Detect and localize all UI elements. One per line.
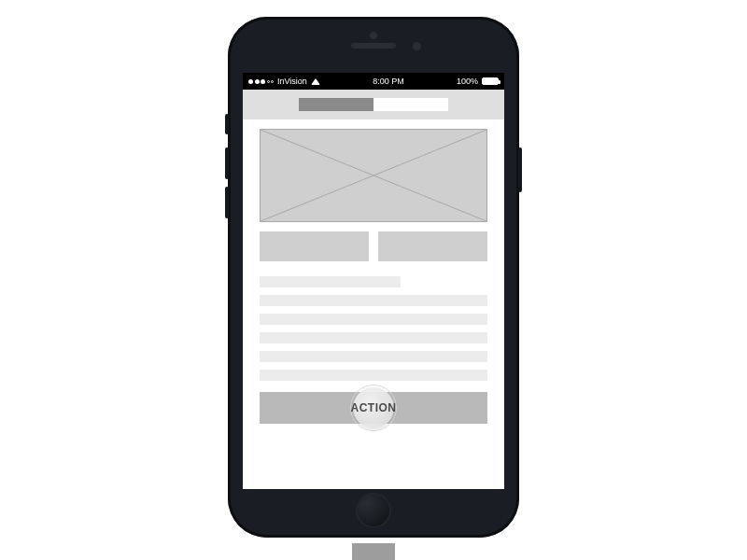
text-line [260,370,487,381]
power-button[interactable] [518,147,522,192]
text-block [260,276,487,381]
front-camera [413,42,421,50]
text-line [260,351,487,362]
thumbnail-row [260,231,487,261]
mute-switch[interactable] [225,114,229,134]
proximity-sensor [370,32,377,39]
text-line [260,332,487,343]
battery-percent: 100% [457,77,478,86]
text-line [260,295,487,306]
segmented-control [299,98,448,111]
header-bar [243,90,504,119]
text-line [260,276,401,287]
action-button-label: ACTION [351,401,397,414]
tab-inactive[interactable] [374,98,448,111]
phone-frame: InVision 8:00 PM 100% [228,17,519,538]
screen: InVision 8:00 PM 100% [243,73,504,489]
status-right: 100% [457,77,499,86]
status-bar: InVision 8:00 PM 100% [243,73,504,90]
wifi-icon [311,77,320,85]
app-content: ACTION [243,90,504,489]
volume-down-button[interactable] [225,187,229,218]
text-line [260,314,487,325]
battery-icon [482,77,499,85]
signal-strength-icon [248,79,274,84]
action-button[interactable]: ACTION [260,392,487,424]
hero-image-placeholder [260,129,487,222]
volume-up-button[interactable] [225,147,229,179]
earpiece-speaker [351,43,396,49]
tab-active[interactable] [299,98,374,111]
clock: 8:00 PM [373,77,404,86]
thumbnail-left [260,231,369,261]
carrier-label: InVision [277,77,307,86]
thumbnail-right [378,231,487,261]
cropped-toolbar [352,543,395,560]
scroll-content: ACTION [243,119,504,489]
status-left: InVision [248,77,320,86]
home-button[interactable] [356,493,391,528]
